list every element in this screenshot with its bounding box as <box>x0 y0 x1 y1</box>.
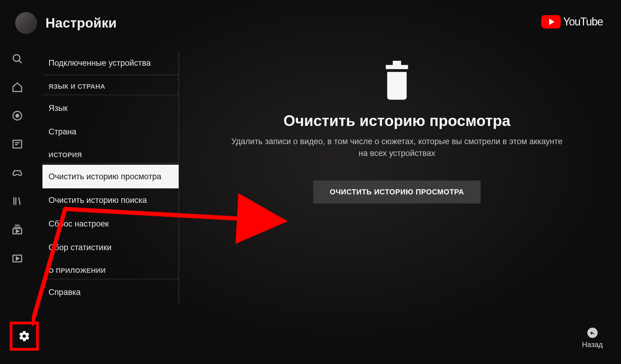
sidebar-item-label: Сбор статистики <box>49 243 112 252</box>
settings-gear-highlight[interactable] <box>10 322 39 351</box>
youtube-wordmark: YouTube <box>563 15 603 28</box>
sidebar-item-clear-search-history[interactable]: Очистить историю поиска <box>42 188 179 212</box>
svg-line-9 <box>19 197 20 205</box>
youtube-play-icon <box>541 15 561 28</box>
originals-icon[interactable] <box>12 110 23 121</box>
button-label: ОЧИСТИТЬ ИСТОРИЮ ПРОСМОТРА <box>330 188 464 196</box>
sidebar-item-clear-watch-history[interactable]: Очистить историю просмотра <box>42 165 179 188</box>
section-header-history: ИСТОРИЯ <box>42 144 179 164</box>
page-title: Настройки <box>45 15 117 31</box>
header: Настройки <box>15 12 117 34</box>
sidebar-item-language[interactable]: Язык <box>42 96 179 120</box>
sidebar-item-label: Очистить историю просмотра <box>49 172 161 181</box>
sidebar-item-help[interactable]: Справка <box>42 280 179 304</box>
search-icon[interactable] <box>12 53 23 65</box>
sidebar-item-label: Сброс настроек <box>49 219 109 229</box>
back-icon <box>587 328 598 338</box>
svg-point-3 <box>16 114 19 117</box>
gaming-icon[interactable] <box>12 167 23 178</box>
sidebar-item-reset-settings[interactable]: Сброс настроек <box>42 212 179 236</box>
sidebar-item-stats-collection[interactable]: Сбор статистики <box>42 236 179 259</box>
trash-icon <box>380 61 414 100</box>
youtube-logo: YouTube <box>541 15 603 28</box>
gear-icon <box>18 330 30 342</box>
clear-history-button[interactable]: ОЧИСТИТЬ ИСТОРИЮ ПРОСМОТРА <box>313 180 481 204</box>
news-icon[interactable] <box>12 138 23 150</box>
svg-line-1 <box>19 61 22 63</box>
subscriptions-icon[interactable] <box>12 224 23 235</box>
sidebar-item-label: Подключенные устройства <box>49 58 151 68</box>
sidebar-item-label: Справка <box>49 288 81 297</box>
sidebar-item-label: Очистить историю поиска <box>49 196 147 205</box>
settings-list: Подключенные устройства ЯЗЫК И СТРАНА Яз… <box>42 51 179 304</box>
sidebar-item-label: Страна <box>49 127 76 137</box>
back-control[interactable]: Назад <box>582 328 603 349</box>
sidebar-item-connected-devices[interactable]: Подключенные устройства <box>42 51 179 75</box>
sidebar-item-country[interactable]: Страна <box>42 120 179 144</box>
section-header-about-app: О ПРИЛОЖЕНИИ <box>42 259 179 279</box>
nav-rail <box>12 53 23 264</box>
library-icon[interactable] <box>12 195 23 207</box>
section-header-language-country: ЯЗЫК И СТРАНА <box>42 75 179 95</box>
back-label: Назад <box>582 340 603 349</box>
svg-point-0 <box>13 55 20 61</box>
watch-later-icon[interactable] <box>12 252 23 264</box>
sidebar-item-label: Язык <box>49 104 68 113</box>
avatar[interactable] <box>15 12 37 34</box>
main-content: Очистить историю просмотра Удалить запис… <box>182 61 612 204</box>
home-icon[interactable] <box>12 81 23 93</box>
main-title: Очистить историю просмотра <box>182 112 612 130</box>
main-description: Удалить записи о видео, в том числе о сю… <box>230 136 564 159</box>
